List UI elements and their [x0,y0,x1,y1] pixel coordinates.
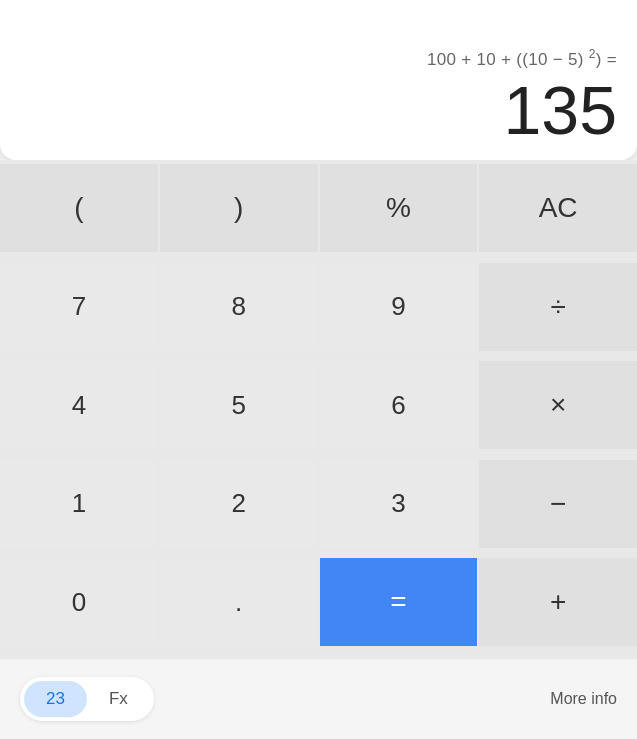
close-paren-button[interactable]: ) [160,164,318,252]
divide-button[interactable]: ÷ [479,263,637,351]
result-display: 135 [504,76,617,144]
multiply-button[interactable]: × [479,361,637,449]
bottom-bar: 23 Fx More info [0,659,637,739]
seven-button[interactable]: 7 [0,263,158,351]
two-button[interactable]: 2 [160,460,318,548]
clear-button[interactable]: AC [479,164,637,252]
tab-group: 23 Fx [20,677,154,721]
subtract-button[interactable]: − [479,460,637,548]
add-button[interactable]: + [479,558,637,646]
nine-button[interactable]: 9 [320,263,478,351]
expression-display: 100 + 10 + ((10 − 5) 2) = [427,47,617,70]
one-button[interactable]: 1 [0,460,158,548]
equals-button[interactable]: = [320,558,478,646]
six-button[interactable]: 6 [320,361,478,449]
open-paren-button[interactable]: ( [0,164,158,252]
tab-fx[interactable]: Fx [87,681,150,717]
more-info-link[interactable]: More info [550,690,617,708]
tab-23[interactable]: 23 [24,681,87,717]
zero-button[interactable]: 0 [0,558,158,646]
display-area: 100 + 10 + ((10 − 5) 2) = 135 [0,0,637,160]
three-button[interactable]: 3 [320,460,478,548]
four-button[interactable]: 4 [0,361,158,449]
five-button[interactable]: 5 [160,361,318,449]
decimal-button[interactable]: . [160,558,318,646]
eight-button[interactable]: 8 [160,263,318,351]
percent-button[interactable]: % [320,164,478,252]
button-grid: ()%AC789÷456×123−0.=+ [0,160,637,659]
